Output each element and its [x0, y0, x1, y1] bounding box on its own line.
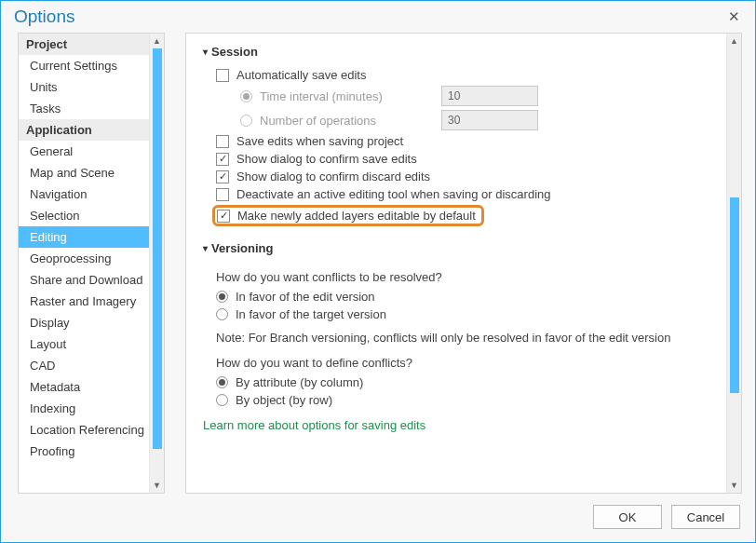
radio-target-version[interactable] — [216, 308, 228, 320]
category-sidebar: ProjectCurrent SettingsUnitsTasksApplica… — [18, 33, 165, 494]
dialog-title: Options — [14, 7, 74, 27]
sidebar-item-display[interactable]: Display — [19, 312, 149, 333]
checkbox-autosave[interactable] — [216, 69, 229, 82]
label-by-attribute: By attribute (by column) — [236, 375, 363, 389]
label-by-object: By object (by row) — [236, 393, 332, 407]
checkbox-confirm-save[interactable] — [216, 153, 229, 166]
label-save-on-project: Save edits when saving project — [236, 134, 403, 148]
label-confirm-save: Show dialog to confirm save edits — [236, 152, 417, 166]
question-conflicts-define: How do you want to define conflicts? — [203, 348, 719, 373]
checkbox-save-on-project[interactable] — [216, 135, 229, 148]
row-confirm-discard: Show dialog to confirm discard edits — [203, 168, 719, 185]
sidebar-item-selection[interactable]: Selection — [19, 205, 149, 226]
sidebar-item-proofing[interactable]: Proofing — [19, 441, 149, 462]
category-header: Project — [19, 34, 149, 55]
label-time-interval: Time interval (minutes) — [260, 89, 383, 103]
row-by-object: By object (by row) — [203, 391, 719, 409]
question-conflicts-resolve: How do you want conflicts to be resolved… — [203, 263, 719, 288]
label-num-ops: Number of operations — [260, 114, 376, 128]
label-edit-version: In favor of the edit version — [236, 290, 375, 304]
sidebar-item-metadata[interactable]: Metadata — [19, 376, 149, 398]
label-target-version: In favor of the target version — [236, 307, 386, 321]
branch-versioning-note: Note: For Branch versioning, conflicts w… — [203, 323, 719, 348]
dialog-body: ProjectCurrent SettingsUnitsTasksApplica… — [1, 33, 755, 494]
section-versioning[interactable]: ▾ Versioning — [203, 228, 719, 263]
row-autosave: Automatically save edits — [203, 66, 719, 84]
checkbox-deactivate[interactable] — [216, 188, 229, 201]
label-new-layers: Make newly added layers editable by defa… — [237, 209, 476, 223]
sidebar-item-raster-and-imagery[interactable]: Raster and Imagery — [19, 291, 149, 312]
radio-by-attribute[interactable] — [216, 376, 228, 388]
ok-button[interactable]: OK — [593, 505, 662, 529]
sidebar-item-editing[interactable]: Editing — [19, 226, 149, 248]
sidebar-content: ProjectCurrent SettingsUnitsTasksApplica… — [19, 34, 149, 493]
titlebar: Options ✕ — [1, 1, 755, 33]
label-autosave: Automatically save edits — [236, 68, 366, 82]
sidebar-item-location-referencing[interactable]: Location Referencing — [19, 419, 149, 441]
chevron-down-icon: ▾ — [203, 47, 208, 57]
sidebar-item-geoprocessing[interactable]: Geoprocessing — [19, 248, 149, 269]
settings-panel: ▾ Session Automatically save edits Time … — [185, 33, 742, 494]
sidebar-item-navigation[interactable]: Navigation — [19, 183, 149, 205]
content-scrollbar[interactable]: ▲ ▼ — [726, 34, 741, 493]
content-scroll-thumb[interactable] — [730, 197, 739, 393]
label-confirm-discard: Show dialog to confirm discard edits — [236, 170, 430, 183]
row-ops: Number of operations — [203, 108, 719, 132]
radio-time-interval[interactable] — [240, 90, 252, 102]
sidebar-scrollbar[interactable]: ▲ ▼ — [149, 34, 164, 493]
row-target-version: In favor of the target version — [203, 305, 719, 323]
label-deactivate: Deactivate an active editing tool when s… — [236, 187, 550, 201]
row-edit-version: In favor of the edit version — [203, 288, 719, 305]
sidebar-item-indexing[interactable]: Indexing — [19, 398, 149, 419]
sidebar-item-general[interactable]: General — [19, 141, 149, 162]
sidebar-item-layout[interactable]: Layout — [19, 333, 149, 355]
row-confirm-save: Show dialog to confirm save edits — [203, 150, 719, 168]
checkbox-new-layers[interactable] — [217, 210, 230, 223]
radio-edit-version[interactable] — [216, 291, 228, 303]
category-header: Application — [19, 119, 149, 141]
radio-num-ops[interactable] — [240, 115, 252, 127]
sidebar-item-share-and-download[interactable]: Share and Download — [19, 269, 149, 291]
sidebar-item-tasks[interactable]: Tasks — [19, 98, 149, 119]
sidebar-item-map-and-scene[interactable]: Map and Scene — [19, 162, 149, 183]
sidebar-item-cad[interactable]: CAD — [19, 355, 149, 376]
row-interval: Time interval (minutes) — [203, 84, 719, 108]
close-icon[interactable]: ✕ — [722, 7, 746, 27]
checkbox-confirm-discard[interactable] — [216, 170, 229, 183]
options-dialog: Options ✕ ProjectCurrent SettingsUnitsTa… — [0, 0, 756, 543]
settings-content: ▾ Session Automatically save edits Time … — [186, 34, 726, 493]
sidebar-item-current-settings[interactable]: Current Settings — [19, 55, 149, 76]
highlight-new-layers: Make newly added layers editable by defa… — [212, 205, 484, 226]
sidebar-item-units[interactable]: Units — [19, 76, 149, 98]
learn-more-link[interactable]: Learn more about options for saving edit… — [203, 409, 719, 432]
section-session[interactable]: ▾ Session — [203, 41, 719, 66]
radio-by-object[interactable] — [216, 394, 228, 406]
row-by-attribute: By attribute (by column) — [203, 373, 719, 391]
scroll-down-icon[interactable]: ▼ — [150, 478, 164, 493]
chevron-down-icon: ▾ — [203, 243, 208, 253]
row-save-on-project: Save edits when saving project — [203, 132, 719, 150]
cancel-button[interactable]: Cancel — [671, 505, 740, 529]
input-time-interval[interactable] — [441, 86, 538, 106]
sidebar-scroll-thumb[interactable] — [153, 48, 162, 449]
dialog-footer: OK Cancel — [1, 494, 755, 542]
input-num-ops[interactable] — [441, 110, 538, 130]
scroll-down-icon[interactable]: ▼ — [727, 478, 741, 493]
scroll-up-icon[interactable]: ▲ — [727, 34, 741, 48]
scroll-up-icon[interactable]: ▲ — [150, 34, 164, 48]
row-deactivate: Deactivate an active editing tool when s… — [203, 185, 719, 203]
